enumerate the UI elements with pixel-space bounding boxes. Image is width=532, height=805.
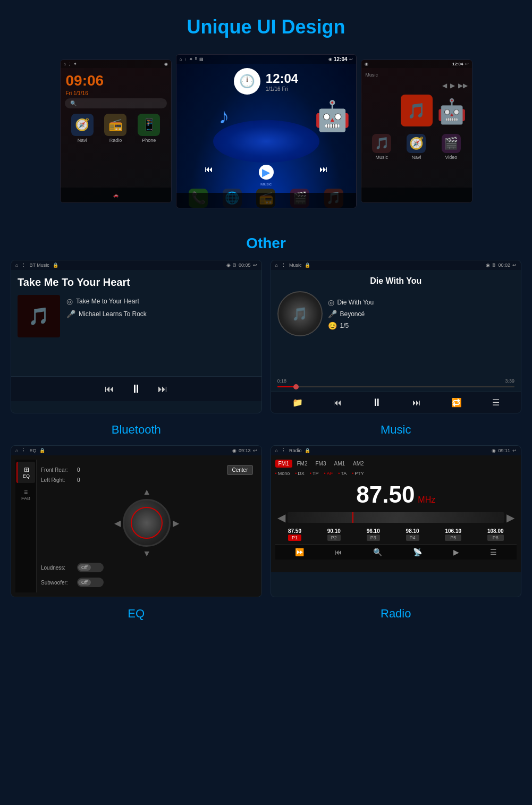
car-icon: 🚗	[113, 193, 119, 198]
next-r[interactable]: ▶▶	[458, 82, 468, 89]
bt-artist-row: 🎤 Michael Learns To Rock	[66, 308, 255, 320]
prev-r[interactable]: ◀	[442, 82, 447, 89]
preset-6[interactable]: 108.00 P6	[487, 528, 504, 541]
radio-ff-btn[interactable]: ⏩	[295, 548, 304, 556]
radio-card: ⌂ ⋮ Radio 🔒 ◉ 09:11 ↩ FM1 FM2 FM3 AM1 AM…	[271, 445, 522, 597]
music-progress-container[interactable]: 0:18 3:39	[271, 376, 521, 392]
eq-tab-eq[interactable]: ⊞ EQ	[16, 462, 35, 483]
earth-area: 🤖 ♪	[176, 99, 356, 163]
music-note-center: ♪	[219, 104, 230, 128]
bt-play-btn[interactable]: ⏸	[130, 382, 142, 396]
prev-icon-c[interactable]: ⏮	[205, 165, 213, 180]
radio-card-body: FM1 FM2 FM3 AM1 AM2 Mono DX TP AF TA PTY…	[271, 455, 521, 572]
radio-left-btn[interactable]: ◀	[277, 511, 285, 524]
eq-subwoofer-row: Subwoofer: Off	[41, 578, 253, 587]
eq-tab-fab[interactable]: ≡ FAB	[16, 484, 35, 505]
progress-current: 0:18	[277, 378, 287, 384]
play-r[interactable]: ▶	[450, 82, 455, 89]
eq-left-arrow[interactable]: ◀	[114, 518, 121, 528]
apps-icon-c: ⠿	[195, 57, 198, 62]
page-header: Unique UI Design	[0, 0, 532, 49]
bt-music-card: ⌂ ⋮ BT Music 🔒 ◉ 𝔹 00:05 ↩ Take Me To Yo…	[11, 260, 262, 413]
radio-right-btn[interactable]: ▶	[506, 511, 514, 524]
radio-status-bar: ⌂ ⋮ Radio 🔒 ◉ 09:11 ↩	[271, 446, 521, 455]
eq-knob[interactable]	[123, 499, 171, 547]
eq-right-arrow[interactable]: ▶	[173, 518, 179, 528]
screenshot-left: ⌂ ⋮ ✦ ◉ 09:06 Fri 1/1/16 🔍 🧭 Navi 📻	[60, 60, 172, 203]
music-icon-r: 🎵	[372, 134, 391, 153]
music-next-btn[interactable]: ⏭	[412, 398, 421, 408]
music-album-art: 🎵	[277, 291, 323, 336]
center-button[interactable]: Center	[227, 465, 252, 475]
nav-app-phone-left[interactable]: 📱 Phone	[138, 114, 160, 143]
home-icon-bt: ⌂	[15, 262, 18, 268]
bt-album-art: 🎵	[18, 295, 60, 337]
search-bar-left[interactable]: 🔍	[65, 98, 167, 108]
location-icon-r: ◉	[365, 62, 368, 66]
bt-prev-btn[interactable]: ⏮	[105, 384, 114, 395]
radio-tabs: FM1 FM2 FM3 AM1 AM2	[275, 460, 517, 468]
nav-app-navi-left[interactable]: 🧭 Navi	[71, 114, 94, 143]
radio-label-r: Radio	[289, 448, 302, 453]
nav-app-video-r[interactable]: 🎬 Video	[442, 134, 461, 160]
preset-5-freq: 106.10	[445, 528, 461, 534]
radio-tab-fm1[interactable]: FM1	[275, 460, 292, 468]
android-home3: ◉ 12:04 ↩ Music ◀ ▶ ▶▶ 🎵 🤖 🎵 Music	[361, 60, 472, 202]
music-repeat-btn[interactable]: 🔁	[451, 397, 462, 408]
radio-tab-am2[interactable]: AM2	[350, 460, 367, 468]
preset-1-label: P1	[288, 535, 301, 541]
eq-down-arrow[interactable]: ▼	[142, 549, 151, 558]
radio-tab-am1[interactable]: AM1	[331, 460, 349, 468]
progress-fill	[277, 386, 297, 387]
opt-ta: TA	[338, 471, 347, 476]
subwoofer-toggle[interactable]: Off	[77, 578, 104, 587]
music-playlist-btn[interactable]: ☰	[492, 397, 500, 408]
music-card-controls: 📁 ⏮ ⏸ ⏭ 🔁 ☰	[271, 392, 521, 413]
eq-label: EQ	[29, 448, 36, 453]
radio-search-btn[interactable]: 🔍	[373, 548, 382, 556]
bt-song-row: ◎ Take Me to Your Heart	[66, 295, 255, 308]
nav-app-radio-left[interactable]: 📻 Radio	[104, 114, 126, 143]
bt-next-btn[interactable]: ⏭	[158, 384, 167, 395]
progress-track[interactable]	[277, 386, 515, 387]
eq-up-arrow[interactable]: ▲	[142, 487, 151, 497]
radio-scale[interactable]	[288, 512, 505, 523]
music-play-btn[interactable]: ⏸	[371, 396, 382, 409]
home-icon: ⌂	[64, 62, 66, 66]
status-bar-right: ◉ 12:04 ↩	[361, 60, 472, 68]
android-home1: ⌂ ⋮ ✦ ◉ 09:06 Fri 1/1/16 🔍 🧭 Navi 📻	[61, 60, 171, 202]
bt-song-name: Take Me to Your Heart	[76, 298, 139, 305]
preset-6-label: P6	[487, 535, 504, 541]
location-icon-m: ◉	[486, 262, 490, 268]
preset-2[interactable]: 90.10 P2	[327, 528, 341, 541]
eq-card: ⌂ ⋮ EQ 🔒 ◉ 09:13 ↩ ⊞ EQ ≡ FAB	[11, 445, 262, 597]
nav-app-music-r[interactable]: 🎵 Music	[372, 134, 391, 160]
progress-total: 3:39	[505, 378, 514, 384]
play-icon-c[interactable]: ▶	[259, 165, 274, 180]
radio-prev-btn[interactable]: ⏮	[335, 548, 342, 556]
navi-icon-left: 🧭	[71, 114, 94, 136]
preset-5[interactable]: 106.10 P5	[445, 528, 461, 541]
preset-4[interactable]: 98.10 P4	[406, 528, 419, 541]
music-prev-btn[interactable]: ⏮	[333, 398, 342, 408]
bt-status-bar: ⌂ ⋮ BT Music 🔒 ◉ 𝔹 00:05 ↩	[11, 260, 261, 270]
next-icon-c[interactable]: ⏭	[319, 165, 328, 180]
preset-1[interactable]: 87.50 P1	[288, 528, 301, 541]
radio-tab-fm2[interactable]: FM2	[294, 460, 311, 468]
search-icon: 🔍	[70, 100, 77, 106]
radio-frequency: 87.50	[356, 481, 415, 508]
left-right-val: 0	[77, 477, 80, 483]
music-label-center: Music	[176, 182, 356, 187]
radio-signal-btn[interactable]: 📡	[413, 548, 422, 556]
back-icon-m: ↩	[512, 262, 517, 268]
music-folder-btn[interactable]: 📁	[292, 397, 303, 408]
nav-app-navi-r[interactable]: 🧭 Navi	[407, 134, 426, 160]
radio-play-btn[interactable]: ▶	[453, 548, 459, 556]
preset-5-label: P5	[445, 535, 461, 541]
radio-menu-btn[interactable]: ☰	[490, 548, 497, 556]
loudness-toggle[interactable]: Off	[77, 563, 104, 572]
radio-time: 09:11	[498, 448, 510, 453]
radio-tab-fm3[interactable]: FM3	[313, 460, 330, 468]
preset-3[interactable]: 96.10 P3	[367, 528, 380, 541]
preset-1-freq: 87.50	[288, 528, 301, 534]
